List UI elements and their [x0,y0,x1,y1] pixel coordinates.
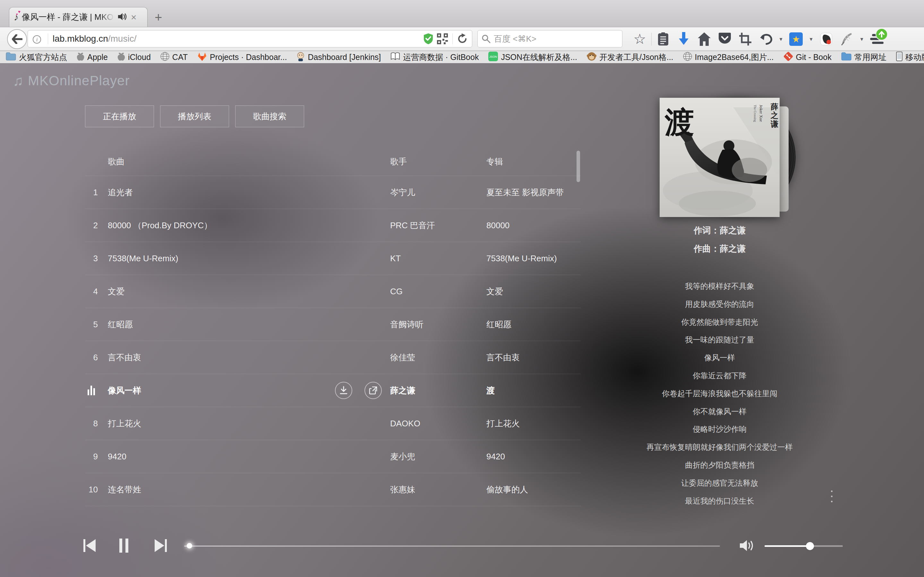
chevron-down-icon[interactable]: ▾ [777,35,785,43]
player-tab-2[interactable]: 歌曲搜索 [235,105,304,127]
reload-icon[interactable] [457,33,467,44]
progress-thumb[interactable] [187,543,192,548]
row-number: 6 [85,353,98,363]
tab-close-icon[interactable]: × [131,13,137,22]
row-song: 80000 （Prod.By DROYC） [108,220,212,231]
share-song-button[interactable] [365,382,382,399]
playlist-row[interactable]: 8打上花火DAOKO打上花火 [85,407,581,440]
git-icon [783,52,793,63]
chevron-down-icon[interactable]: ▾ [807,35,815,43]
lyric-line: 你竟然能做到带走阳光 [612,313,828,331]
tab-audio-icon[interactable] [118,13,127,22]
apple-icon [118,52,125,62]
row-artist: DAOKO [390,419,420,429]
bookmark-label: 移动版书签 [905,52,924,63]
pause-button[interactable] [118,538,129,554]
volume-thumb[interactable] [806,542,814,550]
bookmark-label: Git - Book [796,53,832,62]
vertical-ellipsis-icon[interactable] [831,487,833,506]
row-number: 4 [85,287,98,297]
bookmark-label: CAT [172,53,188,62]
playlist-row[interactable]: 1追光者岑宁儿夏至未至 影视原声带 [85,176,581,209]
bookmark-item[interactable]: CAT [160,52,188,62]
bookmark-item[interactable]: Projects · Dashboar... [197,52,287,62]
music-note-favicon-icon: ♪♥♥ [14,12,19,23]
music-player-page: ♫ MKOnlinePlayer 正在播放播放列表歌曲搜索 歌曲 歌手 专辑 1… [0,63,924,577]
bookmark-item[interactable]: Image2Base64,图片... [683,52,774,63]
screenshot-crop-icon[interactable] [737,33,754,45]
qr-code-icon[interactable] [437,33,448,44]
playlist-table: 歌曲 歌手 专辑 1追光者岑宁儿夏至未至 影视原声带280000 （Prod.B… [85,147,581,506]
bookmark-item[interactable]: iCloud [118,52,151,62]
security-shield-icon[interactable] [423,33,433,45]
bookmark-item[interactable]: 运营商数据 · GitBook [391,52,479,63]
page-info-icon[interactable]: i [32,35,41,44]
bookmark-item[interactable]: Apple [77,52,108,62]
extension-quill-icon[interactable] [838,32,855,46]
row-number: 3 [85,253,98,263]
playlist-row-playing[interactable]: 像风一样薛之谦渡 [85,374,581,407]
playlist-row[interactable]: 280000 （Prod.By DROYC）PRC 巴音汗80000 [85,209,581,242]
bookmarks-bar: 火狐官方站点AppleiCloudCATProjects · Dashboar.… [0,51,924,63]
globe-icon [683,52,692,62]
bookmark-item[interactable]: 开发者工具/Json格... [587,52,674,63]
bookmark-item[interactable]: JSONJSON在线解析及格... [488,52,577,63]
row-number: 2 [85,221,98,230]
previous-track-button[interactable] [83,538,97,554]
player-tab-1[interactable]: 播放列表 [160,105,229,127]
playlist-row[interactable]: 6言不由衷徐佳莹言不由衷 [85,341,581,374]
bookmark-item[interactable]: 移动版书签 [896,52,924,63]
volume-icon[interactable] [739,539,754,553]
playlist-scrollbar-thumb[interactable] [577,151,580,182]
evernote-icon[interactable] [818,32,835,46]
bookmark-item[interactable]: Git - Book [783,52,832,63]
cover-title-char: 渡 [664,106,694,139]
row-number: 10 [85,485,98,495]
url-bar[interactable]: i lab.mkblog.cn/music/ [27,30,472,47]
row-album: 夏至未至 影视原声带 [486,187,564,198]
lyric-line: 你靠近云都下降 [612,367,828,385]
url-host: lab.mkblog.cn [53,34,108,44]
player-nav-tabs: 正在播放播放列表歌曲搜索 [85,105,310,127]
screen: ♪♥♥ 像风一样 - 薛之谦 | MKOnli × + i lab.mkblog… [0,0,924,577]
bookmark-item[interactable]: 常用网址 [841,52,887,63]
new-tab-button[interactable]: + [155,11,162,24]
next-track-button[interactable] [153,538,168,554]
playlist-header-row: 歌曲 歌手 专辑 [85,147,581,176]
search-bar[interactable]: 百度 <⌘K> [477,30,622,47]
lyric-line: 用皮肤感受你的流向 [612,295,828,313]
folder-blue-icon [841,52,851,62]
bookmark-label: Projects · Dashboar... [210,53,287,62]
bookmarks-manager-icon[interactable]: ★ [788,32,804,46]
bookmark-star-icon[interactable]: ☆ [632,32,648,46]
row-number: 1 [85,187,98,197]
home-icon[interactable] [696,32,712,46]
download-icon[interactable] [675,32,692,46]
playlist-row[interactable]: 5红昭愿音阙诗听红昭愿 [85,308,581,341]
playlist-row[interactable]: 37538(Me U-Remix)KT7538(Me U-Remix) [85,242,581,275]
playlist-row[interactable]: 99420麦小兜9420 [85,440,581,473]
browser-tab[interactable]: ♪♥♥ 像风一样 - 薛之谦 | MKOnli × [9,7,148,27]
svg-text:i: i [36,37,38,43]
player-tab-0[interactable]: 正在播放 [85,105,154,127]
playlist-row[interactable]: 10连名带姓张惠妹偷故事的人 [85,473,581,506]
progress-bar[interactable] [184,546,720,546]
reading-list-icon[interactable] [655,32,672,46]
back-button[interactable] [7,29,27,49]
json-icon: JSON [488,52,498,63]
chevron-down-icon[interactable]: ▾ [858,35,866,43]
pocket-icon[interactable] [716,33,733,45]
tab-title: 像风一样 - 薛之谦 | MKOnli [22,11,114,23]
bookmark-item[interactable]: 火狐官方站点 [6,52,67,63]
row-song: 连名带姓 [108,484,141,495]
globe-icon [160,52,170,62]
bookmark-item[interactable]: Dashboard [Jenkins] [296,52,381,63]
download-song-button[interactable] [335,382,352,399]
svg-text:★: ★ [792,34,800,44]
menu-icon[interactable] [869,33,885,45]
playlist-row[interactable]: 4文爱CG文爱 [85,275,581,308]
undo-icon[interactable] [758,33,774,45]
album-sleeve-edge [779,106,788,211]
row-album: 打上花火 [486,418,520,429]
bookmark-label: Apple [87,53,108,62]
